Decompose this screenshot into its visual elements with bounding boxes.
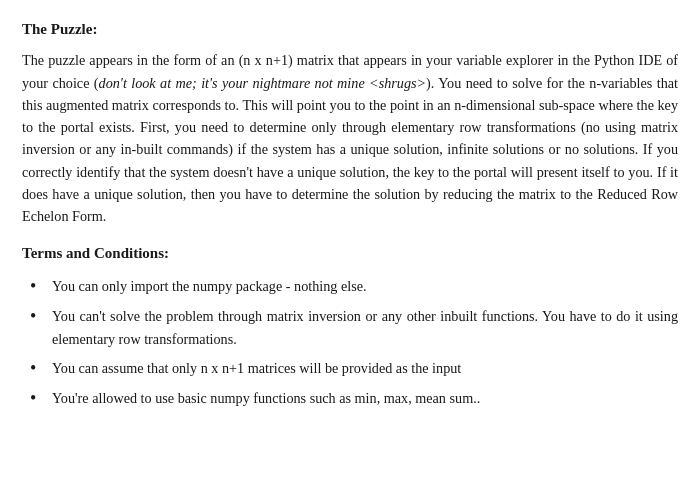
list-item: •You can't solve the problem through mat… xyxy=(30,305,678,350)
puzzle-title: The Puzzle: xyxy=(22,18,678,41)
list-item: •You can only import the numpy package -… xyxy=(30,275,678,298)
terms-list: •You can only import the numpy package -… xyxy=(22,275,678,411)
puzzle-paragraph: The puzzle appears in the form of an (n … xyxy=(22,49,678,227)
bullet-icon: • xyxy=(30,305,48,328)
puzzle-text-italic: don't look at me; it's your nightmare no… xyxy=(99,75,427,91)
bullet-text-3: You're allowed to use basic numpy functi… xyxy=(52,387,678,409)
bullet-text-1: You can't solve the problem through matr… xyxy=(52,305,678,350)
bullet-icon: • xyxy=(30,357,48,380)
bullet-icon: • xyxy=(30,275,48,298)
bullet-text-2: You can assume that only n x n+1 matrice… xyxy=(52,357,678,379)
puzzle-text-part2: ). You need to solve for the n-variables… xyxy=(22,75,678,225)
list-item: •You can assume that only n x n+1 matric… xyxy=(30,357,678,380)
bullet-text-0: You can only import the numpy package - … xyxy=(52,275,678,297)
bullet-icon: • xyxy=(30,387,48,410)
terms-title: Terms and Conditions: xyxy=(22,242,678,265)
list-item: •You're allowed to use basic numpy funct… xyxy=(30,387,678,410)
